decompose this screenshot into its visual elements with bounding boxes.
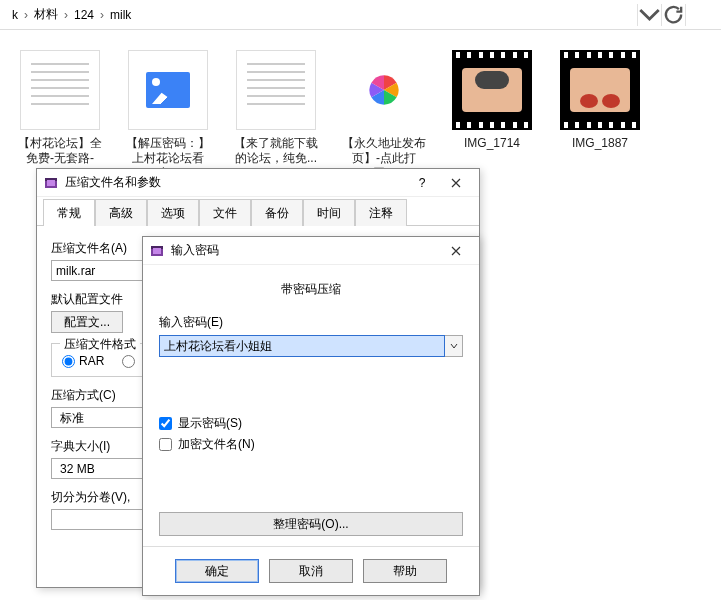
crumb-trunc[interactable]: k	[8, 8, 22, 22]
image-file-icon	[128, 50, 208, 130]
tab-options[interactable]: 选项	[147, 199, 199, 226]
file-name: 【来了就能下载的论坛，纯免...	[234, 136, 318, 166]
crumb-sep: ›	[98, 8, 106, 22]
tab-strip: 常规 高级 选项 文件 备份 时间 注释	[37, 199, 479, 226]
dialog-title: 压缩文件名和参数	[65, 174, 405, 191]
format-rar-label: RAR	[79, 354, 104, 368]
tab-comment[interactable]: 注释	[355, 199, 407, 226]
tab-general[interactable]: 常规	[43, 199, 95, 226]
crumb-2[interactable]: 124	[70, 8, 98, 22]
crumb-sep: ›	[62, 8, 70, 22]
search-box[interactable]	[685, 4, 713, 26]
format-rar-radio[interactable]: RAR	[62, 354, 104, 368]
tab-files[interactable]: 文件	[199, 199, 251, 226]
winrar-icon	[149, 243, 165, 259]
file-grid: 【村花论坛】全免费-无套路-更... 【解压密码：】上村花论坛看小... 【来了…	[0, 30, 721, 181]
file-item[interactable]: 【来了就能下载的论坛，纯免...	[234, 50, 318, 181]
ok-button[interactable]: 确定	[175, 559, 259, 583]
text-file-icon	[20, 50, 100, 130]
dialog-title: 输入密码	[171, 242, 439, 259]
tab-backup[interactable]: 备份	[251, 199, 303, 226]
crumb-1[interactable]: 材料	[30, 6, 62, 23]
show-password-label: 显示密码(S)	[178, 415, 242, 432]
text-file-icon	[236, 50, 316, 130]
profiles-button[interactable]: 配置文...	[51, 311, 123, 333]
dialog-subtitle: 带密码压缩	[159, 281, 463, 298]
file-item[interactable]: 【永久地址发布页】-点此打开...	[342, 50, 426, 181]
show-password-checkbox[interactable]: 显示密码(S)	[159, 415, 463, 432]
format-other-radio[interactable]	[122, 355, 139, 368]
file-item[interactable]: IMG_1887	[558, 50, 642, 181]
tab-advanced[interactable]: 高级	[95, 199, 147, 226]
breadcrumb[interactable]: k › 材料 › 124 › milk	[0, 0, 721, 30]
address-dropdown[interactable]	[637, 4, 661, 26]
video-thumbnail	[452, 50, 532, 130]
video-thumbnail	[560, 50, 640, 130]
cancel-button[interactable]: 取消	[269, 559, 353, 583]
file-name: IMG_1714	[450, 136, 534, 151]
crumb-3[interactable]: milk	[106, 8, 135, 22]
encrypt-filenames-label: 加密文件名(N)	[178, 436, 255, 453]
photos-app-icon	[344, 50, 424, 130]
close-button[interactable]	[439, 171, 473, 195]
file-item[interactable]: IMG_1714	[450, 50, 534, 181]
winrar-icon	[43, 175, 59, 191]
close-button[interactable]	[439, 239, 473, 263]
file-item[interactable]: 【村花论坛】全免费-无套路-更...	[18, 50, 102, 181]
crumb-sep: ›	[22, 8, 30, 22]
enter-password-dialog: 输入密码 带密码压缩 输入密码(E) 显示密码(S) 加密文件名(N) 整理密码…	[142, 236, 480, 596]
file-name: IMG_1887	[558, 136, 642, 151]
password-label: 输入密码(E)	[159, 314, 463, 331]
encrypt-filenames-checkbox[interactable]: 加密文件名(N)	[159, 436, 463, 453]
format-group-label: 压缩文件格式	[60, 336, 140, 353]
svg-rect-5	[153, 248, 161, 254]
svg-rect-2	[47, 180, 55, 186]
password-history-dropdown[interactable]	[445, 335, 463, 357]
organize-passwords-button[interactable]: 整理密码(O)...	[159, 512, 463, 536]
help-button[interactable]: 帮助	[363, 559, 447, 583]
refresh-button[interactable]	[661, 4, 685, 26]
dialog-titlebar[interactable]: 压缩文件名和参数 ?	[37, 169, 479, 197]
dialog-titlebar[interactable]: 输入密码	[143, 237, 479, 265]
password-input[interactable]	[159, 335, 445, 357]
help-button[interactable]: ?	[405, 171, 439, 195]
tab-time[interactable]: 时间	[303, 199, 355, 226]
file-item[interactable]: 【解压密码：】上村花论坛看小...	[126, 50, 210, 181]
